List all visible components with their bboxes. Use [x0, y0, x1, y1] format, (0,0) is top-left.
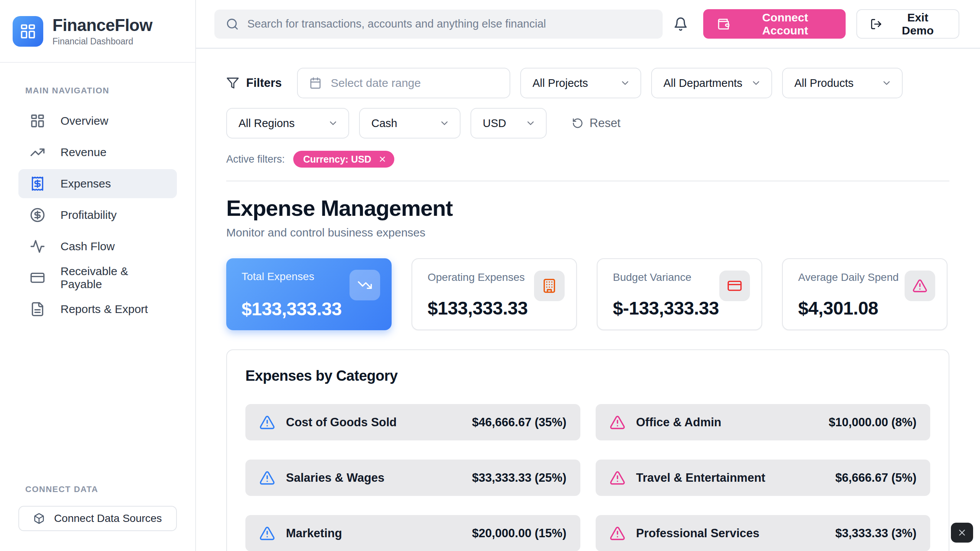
currency-select-value: USD — [483, 117, 506, 130]
stat-card-operating-expenses[interactable]: Operating Expenses $133,333.33 — [412, 258, 577, 330]
category-value: $6,666.67 (5%) — [835, 471, 916, 485]
projects-select[interactable]: All Projects — [520, 68, 641, 98]
date-range-field[interactable] — [331, 77, 498, 90]
sidebar-item-revenue[interactable]: Revenue — [18, 138, 177, 167]
stat-value: $133,333.33 — [242, 298, 379, 320]
close-overlay-button[interactable] — [951, 523, 973, 543]
category-row-office-admin[interactable]: Office & Admin $10,000.00 (8%) — [596, 404, 931, 440]
page-title: Expense Management — [226, 195, 949, 221]
currency-filter-chip-label: Currency: USD — [303, 154, 371, 165]
stat-card-average-daily-spend[interactable]: Average Daily Spend $4,301.08 — [782, 258, 947, 330]
category-row-travel-entertainment[interactable]: Travel & Entertainment $6,666.67 (5%) — [596, 460, 931, 496]
filters-title: Filters — [226, 76, 282, 90]
category-value: $3,333.33 (3%) — [835, 527, 916, 540]
brand-text: FinanceFlow Financial Dashboard — [52, 16, 152, 46]
category-name: Cost of Goods Sold — [286, 416, 397, 429]
payment-method-select[interactable]: Cash — [359, 108, 461, 139]
notifications-button[interactable] — [673, 17, 688, 31]
search-icon — [226, 18, 239, 31]
alert-triangle-icon — [609, 525, 626, 541]
currency-select[interactable]: USD — [470, 108, 547, 139]
search-input[interactable] — [247, 18, 651, 30]
brand: FinanceFlow Financial Dashboard — [0, 0, 195, 63]
sidebar-bottom: CONNECT DATA Connect Data Sources — [0, 484, 195, 551]
chevron-down-icon — [439, 118, 450, 129]
filters-row-1: Filters All Projects All Departments All… — [226, 68, 949, 98]
sidebar-item-expenses[interactable]: Expenses — [18, 169, 177, 198]
brand-logo-icon — [13, 16, 43, 47]
chevron-down-icon — [751, 78, 761, 88]
wallet-icon — [717, 18, 730, 31]
brand-subtitle: Financial Dashboard — [52, 36, 152, 47]
chevron-down-icon — [328, 118, 338, 129]
search-box — [214, 10, 663, 39]
category-value: $33,333.33 (25%) — [472, 471, 566, 485]
category-grid: Cost of Goods Sold $46,666.67 (35%) Offi… — [245, 404, 930, 551]
close-icon[interactable] — [378, 155, 387, 163]
category-value: $20,000.00 (15%) — [472, 527, 566, 540]
category-value: $10,000.00 (8%) — [829, 416, 916, 429]
sidebar-item-label: Cash Flow — [60, 240, 115, 253]
building-icon — [534, 271, 565, 301]
departments-select[interactable]: All Departments — [651, 68, 772, 98]
file-text-icon — [30, 302, 45, 317]
app-root: FinanceFlow Financial Dashboard MAIN NAV… — [0, 0, 980, 551]
sidebar-item-label: Receivable & Payable — [60, 265, 165, 291]
sidebar-item-label: Expenses — [60, 177, 111, 190]
main-area: Connect Account Exit Demo Filters — [196, 0, 980, 551]
brand-title: FinanceFlow — [52, 16, 152, 34]
expenses-by-category-card: Expenses by Category Cost of Goods Sold … — [226, 349, 949, 551]
reset-label: Reset — [590, 116, 621, 130]
trending-up-icon — [30, 145, 45, 160]
funnel-icon — [226, 77, 239, 90]
date-range-input[interactable] — [297, 68, 510, 98]
connect-data-label: CONNECT DATA — [18, 484, 177, 506]
active-filters-label: Active filters: — [226, 153, 285, 165]
stat-card-total-expenses[interactable]: Total Expenses $133,333.33 — [226, 258, 392, 330]
currency-filter-chip[interactable]: Currency: USD — [293, 151, 394, 168]
category-row-cost-of-goods-sold[interactable]: Cost of Goods Sold $46,666.67 (35%) — [245, 404, 580, 440]
chevron-down-icon — [525, 118, 536, 129]
category-row-salaries-wages[interactable]: Salaries & Wages $33,333.33 (25%) — [245, 460, 580, 496]
category-name: Travel & Entertainment — [636, 471, 766, 485]
category-name: Office & Admin — [636, 416, 722, 429]
trending-down-icon — [350, 270, 380, 300]
regions-select[interactable]: All Regions — [226, 108, 349, 139]
connect-account-button[interactable]: Connect Account — [703, 9, 846, 39]
category-name: Marketing — [286, 527, 342, 540]
logout-icon — [870, 18, 882, 30]
projects-select-value: All Projects — [532, 77, 588, 90]
content: Filters All Projects All Departments All… — [196, 49, 980, 551]
reset-filters-button[interactable]: Reset — [572, 116, 621, 130]
sidebar-item-label: Overview — [60, 114, 108, 127]
nav-section-label: MAIN NAVIGATION — [0, 63, 195, 106]
stat-card-budget-variance[interactable]: Budget Variance $-133,333.33 — [597, 258, 762, 330]
sidebar-item-profitability[interactable]: Profitability — [18, 201, 177, 230]
exit-demo-button[interactable]: Exit Demo — [856, 9, 959, 39]
products-select[interactable]: All Products — [782, 68, 903, 98]
sidebar-item-label: Revenue — [60, 146, 106, 159]
rotate-ccw-icon — [572, 117, 583, 129]
sidebar-item-overview[interactable]: Overview — [18, 106, 177, 135]
sidebar-item-label: Reports & Export — [60, 303, 148, 316]
sidebar-item-receivable-payable[interactable]: Receivable & Payable — [18, 263, 177, 292]
stat-cards: Total Expenses $133,333.33 Operating Exp… — [226, 258, 949, 330]
credit-card-icon — [30, 270, 45, 285]
products-select-value: All Products — [794, 77, 854, 90]
chevron-down-icon — [620, 78, 630, 88]
sidebar-item-cash-flow[interactable]: Cash Flow — [18, 232, 177, 261]
category-row-professional-services[interactable]: Professional Services $3,333.33 (3%) — [596, 515, 931, 551]
sidebar-item-reports-export[interactable]: Reports & Export — [18, 295, 177, 324]
alert-triangle-icon — [259, 414, 275, 430]
exit-demo-label: Exit Demo — [890, 11, 946, 37]
category-row-marketing[interactable]: Marketing $20,000.00 (15%) — [245, 515, 580, 551]
dollar-circle-icon — [30, 207, 45, 223]
sidebar-item-label: Profitability — [60, 209, 117, 222]
connect-account-label: Connect Account — [738, 11, 832, 37]
connect-data-sources-button[interactable]: Connect Data Sources — [18, 506, 177, 531]
alert-triangle-icon — [259, 470, 275, 486]
departments-select-value: All Departments — [663, 77, 742, 90]
section-divider — [226, 181, 949, 181]
close-icon — [957, 528, 967, 538]
page-subtitle: Monitor and control business expenses — [226, 226, 949, 239]
